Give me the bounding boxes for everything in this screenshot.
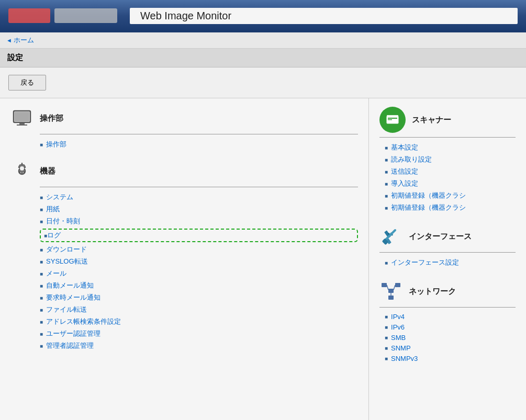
svg-rect-18 (388, 296, 394, 300)
link-request-mail[interactable]: 要求時メール通知 (40, 293, 358, 302)
link-auto-mail[interactable]: 自動メール通知 (40, 281, 358, 290)
svg-rect-3 (17, 124, 27, 126)
scanner-icon (379, 107, 406, 133)
scanner-section: スキャナー 基本設定 読み取り設定 送信設定 導入設定 初期値登録（機器クラシ … (379, 107, 516, 212)
gear-icon (13, 162, 31, 180)
scanner-links: 基本設定 読み取り設定 送信設定 導入設定 初期値登録（機器クラシ 初期値登録（… (379, 143, 516, 212)
app-title-text: Web Image Monitor (140, 10, 231, 22)
ethernet-svg (380, 226, 401, 247)
scanner-section-header: スキャナー (379, 107, 516, 133)
device-divider (40, 187, 358, 187)
svg-line-20 (394, 285, 395, 290)
link-operations[interactable]: 操作部 (40, 140, 358, 149)
operations-links: 操作部 (10, 140, 358, 149)
svg-rect-17 (395, 283, 400, 287)
svg-rect-15 (388, 289, 394, 293)
right-panel: スキャナー 基本設定 読み取り設定 送信設定 導入設定 初期値登録（機器クラシ … (369, 98, 526, 420)
interface-section-header: インターフェース (379, 225, 516, 248)
network-svg (379, 280, 402, 303)
svg-rect-8 (387, 115, 398, 117)
svg-rect-1 (15, 112, 29, 121)
network-divider (379, 307, 516, 308)
network-section-title: ネットワーク (409, 287, 456, 297)
link-snmpv3[interactable]: SNMPv3 (385, 355, 516, 362)
breadcrumb[interactable]: ホーム (0, 32, 526, 49)
app-title: Web Image Monitor (130, 8, 518, 24)
logo-area (8, 8, 117, 23)
network-icon (379, 280, 402, 303)
link-default-reg1[interactable]: 初期値登録（機器クラシ (385, 191, 516, 200)
link-snmp[interactable]: SNMP (385, 344, 516, 352)
back-button[interactable]: 戻る (8, 75, 46, 90)
monitor-icon (13, 109, 31, 128)
operations-icon (10, 107, 33, 130)
svg-rect-7 (388, 118, 397, 119)
device-section: 機器 システム 用紙 日付・時刻 ログ ダウンロード SYSLOG転送 メール … (10, 160, 358, 350)
interface-divider (379, 252, 516, 253)
link-mail[interactable]: メール (40, 269, 358, 278)
svg-rect-2 (19, 122, 25, 124)
left-panel: 操作部 操作部 機器 (0, 98, 369, 420)
network-links: IPv4 IPv6 SMB SNMP SNMPv3 (379, 313, 516, 362)
device-links: システム 用紙 日付・時刻 ログ ダウンロード SYSLOG転送 メール 自動メ… (10, 192, 358, 350)
scanner-divider (379, 137, 516, 138)
device-icon (10, 160, 33, 183)
interface-icon (379, 225, 402, 248)
scanner-svg (385, 112, 400, 128)
device-section-title: 機器 (40, 166, 55, 176)
svg-rect-16 (382, 283, 387, 287)
link-paper[interactable]: 用紙 (40, 205, 358, 214)
link-log[interactable]: ログ (40, 229, 358, 242)
link-send-settings[interactable]: 送信設定 (385, 167, 516, 176)
operations-divider (40, 134, 358, 134)
link-datetime[interactable]: 日付・時刻 (40, 217, 358, 226)
operations-section: 操作部 操作部 (10, 107, 358, 149)
link-syslog[interactable]: SYSLOG転送 (40, 257, 358, 266)
network-section: ネットワーク IPv4 IPv6 SMB SNMP SNMPv3 (379, 280, 516, 362)
link-basic-settings[interactable]: 基本設定 (385, 143, 516, 152)
link-ipv6[interactable]: IPv6 (385, 323, 516, 331)
link-smb[interactable]: SMB (385, 334, 516, 342)
link-ipv4[interactable]: IPv4 (385, 313, 516, 321)
home-link[interactable]: ホーム (14, 36, 34, 44)
link-interface-settings[interactable]: インターフェース設定 (385, 258, 516, 267)
header: Web Image Monitor (0, 0, 526, 32)
link-install-settings[interactable]: 導入設定 (385, 179, 516, 188)
back-button-area: 戻る (0, 67, 526, 98)
main-content: 操作部 操作部 機器 (0, 98, 526, 420)
svg-line-19 (387, 285, 388, 290)
scanner-section-title: スキャナー (412, 115, 451, 125)
page-title-text: 設定 (7, 53, 23, 62)
link-address-search[interactable]: アドレス帳検索条件設定 (40, 317, 358, 326)
interface-links: インターフェース設定 (379, 258, 516, 267)
svg-rect-9 (388, 119, 392, 120)
network-section-header: ネットワーク (379, 280, 516, 303)
link-download[interactable]: ダウンロード (40, 245, 358, 254)
brand-logo (8, 8, 50, 23)
operations-section-header: 操作部 (10, 107, 358, 130)
link-system[interactable]: システム (40, 192, 358, 202)
link-scan-settings[interactable]: 読み取り設定 (385, 155, 516, 164)
page-title: 設定 (0, 49, 526, 67)
device-section-header: 機器 (10, 160, 358, 183)
interface-section: インターフェース インターフェース設定 (379, 225, 516, 267)
interface-section-title: インターフェース (409, 232, 472, 242)
model-name (54, 8, 117, 23)
svg-point-5 (20, 166, 24, 171)
link-user-auth[interactable]: ユーザー認証管理 (40, 329, 358, 338)
link-file-transfer[interactable]: ファイル転送 (40, 305, 358, 314)
link-default-reg2[interactable]: 初期値登録（機器クラシ (385, 203, 516, 212)
operations-section-title: 操作部 (40, 113, 63, 123)
link-admin-auth[interactable]: 管理者認証管理 (40, 341, 358, 350)
